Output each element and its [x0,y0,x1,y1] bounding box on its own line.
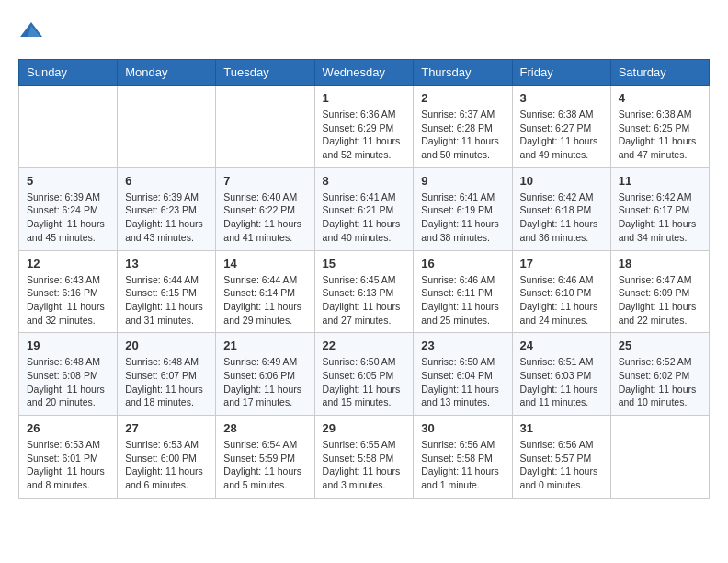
week-row-3: 12Sunrise: 6:43 AM Sunset: 6:16 PM Dayli… [19,250,710,333]
day-number: 27 [125,421,208,435]
week-row-1: 1Sunrise: 6:36 AM Sunset: 6:29 PM Daylig… [19,86,710,168]
day-cell: 6Sunrise: 6:39 AM Sunset: 6:23 PM Daylig… [118,167,216,250]
day-number: 30 [421,421,504,435]
day-info: Sunrise: 6:42 AM Sunset: 6:18 PM Dayligh… [520,190,603,245]
day-cell: 17Sunrise: 6:46 AM Sunset: 6:10 PM Dayli… [512,250,610,333]
day-cell: 10Sunrise: 6:42 AM Sunset: 6:18 PM Dayli… [512,167,610,250]
day-cell: 5Sunrise: 6:39 AM Sunset: 6:24 PM Daylig… [19,167,118,250]
day-cell: 23Sunrise: 6:50 AM Sunset: 6:04 PM Dayli… [414,333,512,416]
day-info: Sunrise: 6:38 AM Sunset: 6:25 PM Dayligh… [619,108,701,162]
day-info: Sunrise: 6:48 AM Sunset: 6:07 PM Dayligh… [125,355,208,409]
day-cell: 1Sunrise: 6:36 AM Sunset: 6:29 PM Daylig… [314,86,414,168]
logo-icon [18,18,44,44]
calendar-table: SundayMondayTuesdayWednesdayThursdayFrid… [18,59,710,499]
day-info: Sunrise: 6:44 AM Sunset: 6:14 PM Dayligh… [223,273,306,327]
day-cell: 9Sunrise: 6:41 AM Sunset: 6:19 PM Daylig… [414,167,512,250]
day-number: 26 [27,421,109,435]
week-row-5: 26Sunrise: 6:53 AM Sunset: 6:01 PM Dayli… [19,416,710,499]
col-header-sunday: Sunday [19,60,118,86]
day-info: Sunrise: 6:41 AM Sunset: 6:21 PM Dayligh… [323,190,406,245]
day-info: Sunrise: 6:41 AM Sunset: 6:19 PM Dayligh… [421,190,504,245]
day-info: Sunrise: 6:44 AM Sunset: 6:15 PM Dayligh… [125,273,208,327]
day-cell: 22Sunrise: 6:50 AM Sunset: 6:05 PM Dayli… [314,333,414,416]
day-number: 2 [421,91,504,105]
day-number: 19 [27,339,109,352]
day-number: 24 [520,339,603,352]
day-cell: 31Sunrise: 6:56 AM Sunset: 5:57 PM Dayli… [512,416,610,499]
day-number: 17 [520,257,603,270]
day-cell: 21Sunrise: 6:49 AM Sunset: 6:06 PM Dayli… [216,333,314,416]
day-number: 13 [125,257,208,270]
day-info: Sunrise: 6:36 AM Sunset: 6:29 PM Dayligh… [323,108,406,162]
day-number: 29 [323,421,406,435]
day-number: 4 [619,91,701,105]
calendar-header-row: SundayMondayTuesdayWednesdayThursdayFrid… [19,60,710,86]
day-cell [610,416,709,499]
day-cell: 20Sunrise: 6:48 AM Sunset: 6:07 PM Dayli… [118,333,216,416]
day-info: Sunrise: 6:45 AM Sunset: 6:13 PM Dayligh… [323,273,406,327]
col-header-friday: Friday [512,60,610,86]
day-cell: 13Sunrise: 6:44 AM Sunset: 6:15 PM Dayli… [118,250,216,333]
day-number: 14 [223,257,306,270]
day-cell: 28Sunrise: 6:54 AM Sunset: 5:59 PM Dayli… [216,416,314,499]
day-number: 6 [125,174,208,188]
day-cell: 18Sunrise: 6:47 AM Sunset: 6:09 PM Dayli… [610,250,709,333]
day-info: Sunrise: 6:56 AM Sunset: 5:57 PM Dayligh… [520,438,603,492]
day-number: 22 [323,339,406,352]
day-cell: 8Sunrise: 6:41 AM Sunset: 6:21 PM Daylig… [314,167,414,250]
day-number: 12 [27,257,109,270]
day-cell: 12Sunrise: 6:43 AM Sunset: 6:16 PM Dayli… [19,250,118,333]
day-cell: 26Sunrise: 6:53 AM Sunset: 6:01 PM Dayli… [19,416,118,499]
day-info: Sunrise: 6:52 AM Sunset: 6:02 PM Dayligh… [619,355,701,409]
day-info: Sunrise: 6:42 AM Sunset: 6:17 PM Dayligh… [619,190,701,245]
day-cell: 29Sunrise: 6:55 AM Sunset: 5:58 PM Dayli… [314,416,414,499]
day-info: Sunrise: 6:50 AM Sunset: 6:05 PM Dayligh… [323,355,406,409]
day-cell: 14Sunrise: 6:44 AM Sunset: 6:14 PM Dayli… [216,250,314,333]
day-number: 20 [125,339,208,352]
day-info: Sunrise: 6:50 AM Sunset: 6:04 PM Dayligh… [421,355,504,409]
day-cell: 2Sunrise: 6:37 AM Sunset: 6:28 PM Daylig… [414,86,512,168]
day-number: 11 [619,174,701,188]
day-cell [19,86,118,168]
day-number: 28 [223,421,306,435]
day-number: 3 [520,91,603,105]
day-info: Sunrise: 6:53 AM Sunset: 6:01 PM Dayligh… [27,438,109,492]
day-info: Sunrise: 6:39 AM Sunset: 6:24 PM Dayligh… [27,190,109,245]
day-info: Sunrise: 6:54 AM Sunset: 5:59 PM Dayligh… [223,438,306,492]
col-header-tuesday: Tuesday [216,60,314,86]
day-cell [118,86,216,168]
day-cell: 16Sunrise: 6:46 AM Sunset: 6:11 PM Dayli… [414,250,512,333]
week-row-4: 19Sunrise: 6:48 AM Sunset: 6:08 PM Dayli… [19,333,710,416]
day-info: Sunrise: 6:56 AM Sunset: 5:58 PM Dayligh… [421,438,504,492]
day-info: Sunrise: 6:55 AM Sunset: 5:58 PM Dayligh… [323,438,406,492]
day-info: Sunrise: 6:38 AM Sunset: 6:27 PM Dayligh… [520,108,603,162]
day-cell: 4Sunrise: 6:38 AM Sunset: 6:25 PM Daylig… [610,86,709,168]
day-cell: 25Sunrise: 6:52 AM Sunset: 6:02 PM Dayli… [610,333,709,416]
day-info: Sunrise: 6:43 AM Sunset: 6:16 PM Dayligh… [27,273,109,327]
day-number: 23 [421,339,504,352]
day-cell: 15Sunrise: 6:45 AM Sunset: 6:13 PM Dayli… [314,250,414,333]
day-cell [216,86,314,168]
day-info: Sunrise: 6:48 AM Sunset: 6:08 PM Dayligh… [27,355,109,409]
day-info: Sunrise: 6:37 AM Sunset: 6:28 PM Dayligh… [421,108,504,162]
day-cell: 19Sunrise: 6:48 AM Sunset: 6:08 PM Dayli… [19,333,118,416]
day-number: 8 [323,174,406,188]
col-header-thursday: Thursday [414,60,512,86]
day-cell: 30Sunrise: 6:56 AM Sunset: 5:58 PM Dayli… [414,416,512,499]
week-row-2: 5Sunrise: 6:39 AM Sunset: 6:24 PM Daylig… [19,167,710,250]
day-cell: 3Sunrise: 6:38 AM Sunset: 6:27 PM Daylig… [512,86,610,168]
day-number: 18 [619,257,701,270]
day-cell: 7Sunrise: 6:40 AM Sunset: 6:22 PM Daylig… [216,167,314,250]
col-header-wednesday: Wednesday [314,60,414,86]
day-info: Sunrise: 6:46 AM Sunset: 6:10 PM Dayligh… [520,273,603,327]
logo [18,18,48,44]
day-number: 25 [619,339,701,352]
day-number: 15 [323,257,406,270]
page-header [18,18,710,44]
day-number: 21 [223,339,306,352]
col-header-monday: Monday [118,60,216,86]
day-cell: 11Sunrise: 6:42 AM Sunset: 6:17 PM Dayli… [610,167,709,250]
day-number: 7 [223,174,306,188]
day-number: 1 [323,91,406,105]
day-info: Sunrise: 6:49 AM Sunset: 6:06 PM Dayligh… [223,355,306,409]
